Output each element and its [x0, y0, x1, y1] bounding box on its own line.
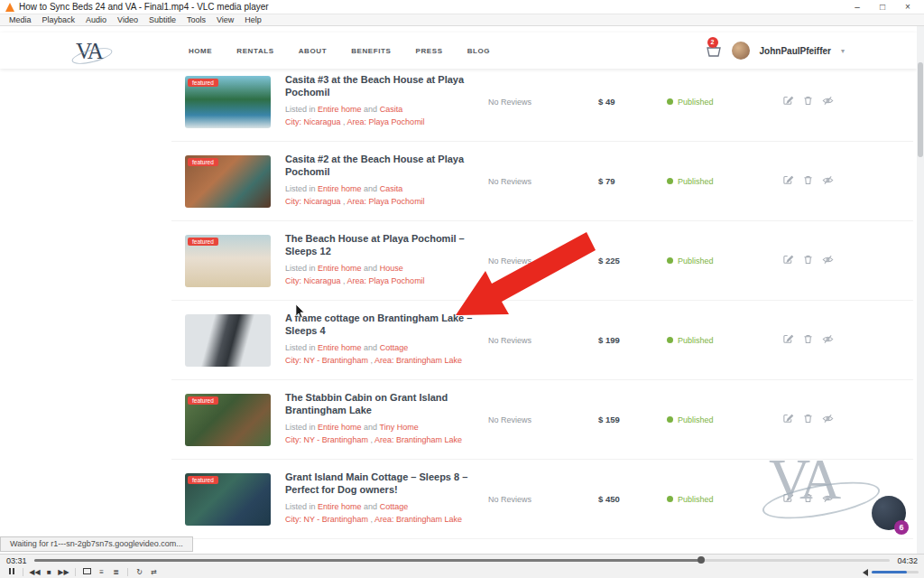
listing-row[interactable]: featured The Beach House at Playa Pochom…: [171, 221, 913, 301]
area-label: Area:: [374, 356, 394, 365]
cart-icon[interactable]: 2: [706, 43, 722, 58]
nav-rentals[interactable]: RENTALS: [236, 47, 273, 55]
fullscreen-button[interactable]: [81, 567, 93, 578]
area-link[interactable]: Playa Pochomil: [369, 276, 425, 285]
listing-title[interactable]: Casita #3 at the Beach House at Playa Po…: [285, 74, 488, 99]
category-link[interactable]: Cottage: [380, 502, 409, 511]
nav-benefits[interactable]: BENEFITS: [351, 47, 391, 55]
user-name[interactable]: JohnPaulPfeiffer: [760, 46, 831, 56]
hide-eye-icon[interactable]: [822, 332, 834, 349]
video-area[interactable]: VA HOME RENTALS ABOUT BENEFITS PRESS BLO…: [0, 26, 924, 554]
previous-button[interactable]: ◀◀: [29, 567, 41, 578]
city-link[interactable]: NY - Brantingham: [304, 515, 368, 524]
listing-title[interactable]: Grant Island Main Cottage – Sleeps 8 – P…: [285, 471, 488, 497]
city-link[interactable]: Nicaragua: [304, 276, 341, 285]
menu-subtitle[interactable]: Subtitle: [143, 15, 181, 24]
city-link[interactable]: Nicaragua: [304, 197, 341, 206]
hide-eye-icon[interactable]: [822, 173, 834, 190]
nav-about[interactable]: ABOUT: [299, 47, 327, 55]
city-link[interactable]: NY - Brantingham: [304, 435, 368, 444]
home-type-link[interactable]: Entire home: [318, 264, 362, 273]
area-link[interactable]: Playa Pochomil: [369, 117, 425, 126]
status-badge: Published: [667, 177, 771, 186]
home-type-link[interactable]: Entire home: [318, 423, 362, 432]
nav-blog[interactable]: BLOG: [467, 47, 491, 55]
listing-row[interactable]: featured A frame cottage on Brantingham …: [171, 301, 913, 380]
listing-thumbnail[interactable]: featured: [185, 235, 271, 287]
menu-view[interactable]: View: [211, 15, 239, 24]
next-button[interactable]: ▶▶: [58, 567, 69, 578]
loop-button[interactable]: ↻: [134, 567, 145, 578]
listing-row[interactable]: featured Casita #2 at the Beach House at…: [171, 142, 913, 221]
status-label: Published: [678, 177, 714, 186]
menu-playback[interactable]: Playback: [37, 15, 81, 24]
area-link[interactable]: Brantingham Lake: [396, 356, 462, 365]
meta-comma: ,: [341, 197, 347, 206]
random-button[interactable]: ⇄: [148, 567, 160, 578]
area-link[interactable]: Playa Pochomil: [369, 197, 425, 206]
listing-row[interactable]: featured Casita #3 at the Beach House at…: [171, 62, 913, 142]
menu-help[interactable]: Help: [239, 15, 267, 24]
minimize-button[interactable]: –: [845, 0, 870, 14]
listing-title[interactable]: A frame cottage on Brantingham Lake – Sl…: [285, 312, 488, 338]
chat-widget-button[interactable]: 6: [872, 496, 906, 530]
edit-icon[interactable]: [782, 253, 794, 269]
listing-thumbnail[interactable]: featured: [185, 155, 271, 208]
pause-button[interactable]: [5, 567, 17, 578]
menu-media[interactable]: Media: [4, 15, 37, 24]
meta-comma: ,: [368, 515, 374, 524]
page-scrollbar[interactable]: [917, 26, 924, 554]
volume-icon[interactable]: [863, 569, 868, 576]
edit-icon[interactable]: [782, 94, 794, 110]
listing-title[interactable]: The Stabbin Cabin on Grant Island Branti…: [285, 392, 488, 417]
menu-video[interactable]: Video: [112, 15, 143, 24]
playlist-button[interactable]: ≣: [110, 567, 122, 578]
trash-icon[interactable]: [802, 253, 814, 269]
trash-icon[interactable]: [802, 94, 814, 110]
listing-thumbnail[interactable]: featured: [185, 473, 271, 526]
area-link[interactable]: Brantingham Lake: [396, 435, 462, 444]
trash-icon[interactable]: [802, 173, 814, 190]
category-link[interactable]: Tiny Home: [379, 423, 418, 432]
listing-thumbnail[interactable]: featured: [185, 314, 271, 367]
trash-icon[interactable]: [802, 412, 814, 428]
edit-icon[interactable]: [782, 412, 794, 428]
close-button[interactable]: ×: [895, 0, 920, 14]
city-link[interactable]: Nicaragua: [304, 117, 341, 126]
chevron-down-icon[interactable]: ▾: [841, 47, 845, 55]
maximize-button[interactable]: □: [870, 0, 895, 14]
scrollbar-thumb[interactable]: [918, 62, 923, 157]
nav-press[interactable]: PRESS: [416, 47, 443, 55]
volume-slider[interactable]: [872, 571, 919, 573]
listing-thumbnail[interactable]: featured: [185, 76, 271, 128]
nav-home[interactable]: HOME: [189, 47, 212, 55]
listing-title[interactable]: The Beach House at Playa Pochomil – Slee…: [285, 233, 488, 258]
hide-eye-icon[interactable]: [822, 253, 834, 269]
edit-icon[interactable]: [782, 173, 794, 190]
home-type-link[interactable]: Entire home: [318, 502, 362, 511]
home-type-link[interactable]: Entire home: [318, 343, 362, 352]
stop-button[interactable]: ■: [43, 567, 55, 578]
listing-title[interactable]: Casita #2 at the Beach House at Playa Po…: [285, 154, 488, 179]
reviews-label: No Reviews: [488, 495, 598, 504]
avatar[interactable]: [732, 42, 750, 60]
area-link[interactable]: Brantingham Lake: [396, 515, 462, 524]
extended-settings-button[interactable]: ≡: [96, 567, 107, 578]
hide-eye-icon[interactable]: [822, 412, 834, 428]
category-link[interactable]: Casita: [380, 105, 403, 114]
listing-thumbnail[interactable]: featured: [185, 394, 271, 446]
city-link[interactable]: NY - Brantingham: [304, 356, 368, 365]
hide-eye-icon[interactable]: [822, 94, 834, 110]
menu-tools[interactable]: Tools: [181, 15, 211, 24]
seek-slider[interactable]: [34, 559, 891, 562]
home-type-link[interactable]: Entire home: [318, 105, 362, 114]
home-type-link[interactable]: Entire home: [318, 184, 362, 193]
menu-audio[interactable]: Audio: [80, 15, 112, 24]
edit-icon[interactable]: [782, 332, 794, 349]
category-link[interactable]: Cottage: [380, 343, 409, 352]
area-label: Area:: [347, 117, 367, 126]
category-link[interactable]: House: [380, 264, 403, 273]
trash-icon[interactable]: [802, 332, 814, 349]
category-link[interactable]: Casita: [380, 184, 403, 193]
site-logo[interactable]: VA: [76, 40, 102, 62]
